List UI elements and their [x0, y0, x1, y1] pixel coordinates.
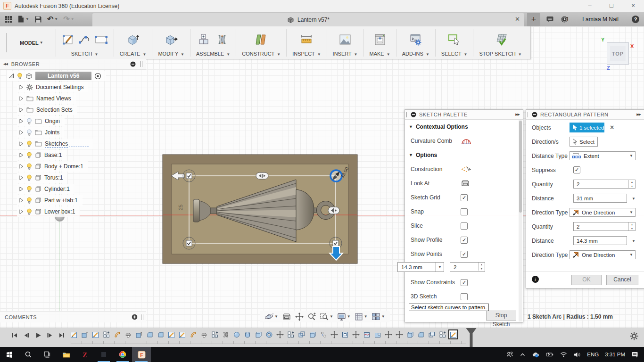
objects-selected-button[interactable]: 1 selected: [570, 123, 604, 132]
expand-right-icon[interactable]: ▶▶: [636, 113, 641, 116]
bulb-on-icon[interactable]: [26, 174, 32, 181]
sketch-grid-checkbox[interactable]: ✓: [461, 194, 468, 201]
timeline-feature-fillet-32[interactable]: [417, 330, 425, 338]
look-at-nav-icon[interactable]: [282, 313, 291, 321]
curvature-comb-icon[interactable]: [461, 138, 472, 145]
bulb-on-icon[interactable]: [26, 197, 32, 204]
clock-time[interactable]: 3:31 PM: [605, 352, 625, 357]
timeline-feature-point-23[interactable]: [319, 330, 327, 338]
battery-icon[interactable]: [546, 352, 554, 357]
press-pull-icon[interactable]: [164, 33, 178, 47]
undo-icon[interactable]: ↶: [47, 15, 53, 24]
timeline-feature-split-28[interactable]: [373, 330, 381, 338]
ribbon-grip[interactable]: [4, 33, 7, 52]
chevron-down-icon[interactable]: ▼: [381, 314, 385, 319]
timeline-feature-sketch-10[interactable]: [178, 330, 186, 338]
suppress-checkbox-tl[interactable]: [186, 173, 192, 179]
palette-row-show-profile[interactable]: Show Profile✓: [405, 233, 523, 247]
bulb-on-icon[interactable]: [26, 186, 32, 193]
comment-icon[interactable]: [546, 16, 554, 23]
spinner-arrows[interactable]: ▲▼: [628, 222, 635, 230]
browser-item-body-dome-1[interactable]: Body + Dome:1: [17, 161, 88, 172]
task-view-taskbar-button[interactable]: [38, 347, 57, 362]
palette-row-show-constraints[interactable]: Show Constraints✓: [405, 275, 523, 289]
info-icon[interactable]: i: [532, 276, 539, 283]
palette-row-3d-sketch[interactable]: 3D Sketch: [405, 289, 523, 304]
timeline-feature-torus-18[interactable]: [265, 330, 273, 338]
document-tab[interactable]: Lantern v57* ✕: [92, 13, 524, 26]
collapsed-icon[interactable]: [19, 96, 24, 101]
create-sketch-icon[interactable]: [62, 33, 75, 46]
timeline-feature-shell-25[interactable]: [341, 330, 349, 338]
timeline-feature-extrude-6[interactable]: [135, 330, 143, 338]
direction-select-button[interactable]: Select: [570, 137, 598, 147]
timeline-feature-new-component-3[interactable]: [102, 330, 110, 338]
browser-item-named-views[interactable]: Named Views: [17, 93, 76, 104]
timeline-feature-combine-21[interactable]: [297, 330, 305, 338]
timeline-settings-gear-icon[interactable]: [630, 332, 638, 340]
browser-item-torus-1[interactable]: Torus:1: [17, 173, 67, 183]
construction-icon[interactable]: [461, 165, 471, 173]
browser-item-lower-box-1[interactable]: Lower box:1: [17, 206, 80, 217]
add-comment-icon[interactable]: [132, 314, 138, 320]
timeline-feature-joint-14[interactable]: [222, 330, 230, 338]
stop-sketch-button[interactable]: Stop Sketch: [486, 311, 516, 321]
minimize-panel-icon[interactable]: [130, 61, 136, 67]
ok-button[interactable]: OK: [571, 275, 602, 285]
extrude-icon[interactable]: [126, 33, 140, 47]
suppress-checkbox-br[interactable]: [333, 240, 339, 246]
measure-icon[interactable]: [299, 33, 314, 47]
collapsed-icon[interactable]: [19, 197, 24, 203]
timeline-feature-box-31[interactable]: [406, 330, 414, 338]
help-icon[interactable]: ?: [632, 16, 639, 23]
collapsed-icon[interactable]: [19, 107, 24, 113]
browser-item-sketches[interactable]: Sketches: [17, 139, 93, 149]
section-collapse-icon[interactable]: ▼: [409, 124, 413, 129]
snap-checkbox[interactable]: [461, 208, 468, 215]
scrollbar-thumb[interactable]: [519, 121, 522, 213]
rectangle-icon[interactable]: [94, 33, 108, 46]
file-menu-icon[interactable]: [17, 15, 25, 23]
3d-print-icon[interactable]: [373, 33, 387, 47]
expand-right-icon[interactable]: ▶▶: [515, 113, 520, 116]
viewcube[interactable]: TOP Y X Z: [607, 42, 629, 65]
timeline-feature-move-29[interactable]: [384, 330, 392, 338]
minimize-button[interactable]: –: [579, 0, 601, 12]
timeline-feature-sketch-active-35[interactable]: [449, 330, 457, 338]
bulb-on-icon[interactable]: [26, 163, 32, 170]
onedrive-icon[interactable]: [532, 352, 540, 358]
construction-plane-icon[interactable]: [254, 33, 268, 47]
browser-item-cylinder-1[interactable]: Cylinder:1: [17, 184, 74, 194]
chevron-down-icon[interactable]: ▼: [435, 263, 442, 272]
3d-sketch-checkbox[interactable]: [461, 293, 468, 300]
start-taskbar-button[interactable]: [0, 347, 19, 362]
scripts-addins-icon[interactable]: [409, 33, 423, 47]
rectangular-pattern-header[interactable]: RECTANGULAR PATTERN ▶▶: [526, 110, 644, 120]
ribbon-group-assemble[interactable]: ASSEMBLE ▼: [190, 26, 236, 59]
ribbon-group-select[interactable]: SELECT ▼: [436, 26, 473, 59]
palette-row-slice[interactable]: Slice: [405, 219, 523, 233]
browser-panel-header[interactable]: ◀◀ BROWSER: [0, 59, 146, 70]
timeline-feature-sweep-11[interactable]: [189, 330, 197, 338]
distance-type-dropdown[interactable]: Extent▼: [570, 151, 636, 160]
step-forward-button[interactable]: [47, 332, 53, 338]
chevron-down-icon[interactable]: ▼: [274, 314, 278, 319]
timeline-feature-move-26[interactable]: [352, 330, 360, 338]
play-button[interactable]: [35, 332, 41, 338]
timeline-feature-sketch-0[interactable]: [70, 330, 78, 338]
timeline-feature-pattern-33[interactable]: [428, 330, 436, 338]
ribbon-group-construct[interactable]: CONSTRUCT ▼: [236, 26, 286, 59]
ribbon-group-make[interactable]: MAKE ▼: [364, 26, 396, 59]
timeline-feature-move-24[interactable]: [330, 330, 338, 338]
palette-row-sketch-grid[interactable]: Sketch Grid✓: [405, 190, 523, 205]
panel-grip[interactable]: [141, 314, 143, 320]
browser-item-joints[interactable]: Joints: [17, 127, 64, 138]
minimize-panel-icon[interactable]: [411, 112, 416, 117]
collapsed-icon[interactable]: [19, 118, 24, 124]
volume-icon[interactable]: [573, 352, 581, 358]
browser-item-base-1[interactable]: Base:1: [17, 150, 66, 160]
chevron-down-icon[interactable]: ▼: [330, 314, 333, 319]
close-button[interactable]: ×: [622, 0, 644, 12]
timeline-feature-box-17[interactable]: [254, 330, 262, 338]
pan-icon[interactable]: [295, 313, 304, 321]
